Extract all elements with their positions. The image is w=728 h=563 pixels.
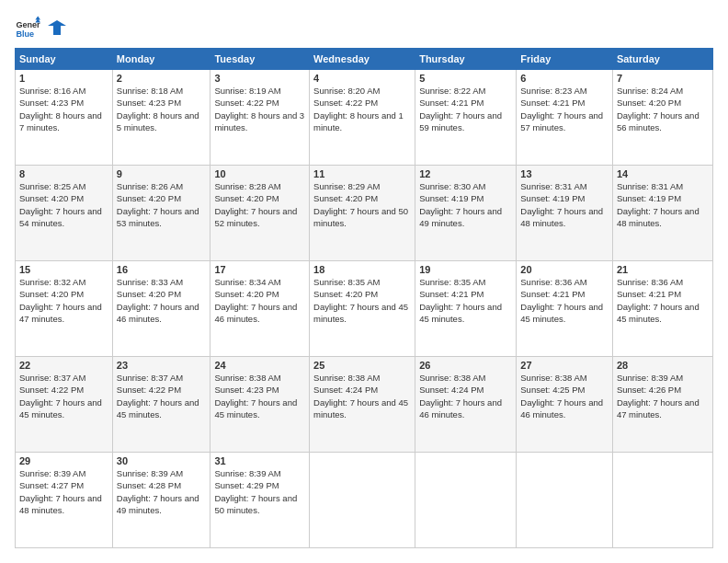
sunset-label: Sunset: 4:22 PM (214, 98, 279, 108)
sunset-label: Sunset: 4:21 PM (520, 98, 585, 108)
calendar-table: Sunday Monday Tuesday Wednesday Thursday… (15, 48, 713, 548)
cell-content: Sunrise: 8:39 AMSunset: 4:26 PMDaylight:… (617, 372, 709, 420)
day-number: 23 (117, 360, 207, 371)
cell-content: Sunrise: 8:34 AMSunset: 4:20 PMDaylight:… (214, 276, 305, 325)
daylight-label: Daylight: 7 hours and 48 minutes. (520, 206, 603, 228)
col-thursday: Thursday (415, 49, 517, 70)
week-row-4: 22Sunrise: 8:37 AMSunset: 4:22 PMDayligh… (16, 357, 713, 453)
cell-content: Sunrise: 8:31 AMSunset: 4:19 PMDaylight:… (617, 180, 709, 229)
sunrise-label: Sunrise: 8:28 AM (214, 181, 280, 191)
day-number: 31 (214, 455, 305, 466)
day-number: 27 (520, 360, 609, 371)
cell-content: Sunrise: 8:20 AMSunset: 4:22 PMDaylight:… (313, 85, 411, 133)
sunset-label: Sunset: 4:23 PM (214, 385, 279, 395)
cell-content: Sunrise: 8:36 AMSunset: 4:21 PMDaylight:… (617, 276, 709, 325)
sunrise-label: Sunrise: 8:33 AM (117, 277, 183, 287)
table-row: 6Sunrise: 8:23 AMSunset: 4:21 PMDaylight… (517, 70, 613, 166)
day-number: 2 (117, 73, 207, 84)
daylight-label: Daylight: 7 hours and 45 minutes. (19, 397, 102, 419)
daylight-label: Daylight: 7 hours and 46 minutes. (117, 302, 199, 324)
table-row: 7Sunrise: 8:24 AMSunset: 4:20 PMDaylight… (612, 70, 712, 166)
daylight-label: Daylight: 8 hours and 7 minutes. (19, 110, 102, 132)
table-row: 19Sunrise: 8:35 AMSunset: 4:21 PMDayligh… (415, 261, 517, 357)
sunrise-label: Sunrise: 8:31 AM (617, 181, 683, 191)
cell-content: Sunrise: 8:22 AMSunset: 4:21 PMDaylight:… (419, 85, 512, 133)
daylight-label: Daylight: 7 hours and 45 minutes. (520, 302, 603, 324)
sunset-label: Sunset: 4:23 PM (19, 98, 84, 108)
daylight-label: Daylight: 8 hours and 5 minutes. (117, 110, 199, 132)
sunrise-label: Sunrise: 8:22 AM (419, 86, 485, 96)
cell-content: Sunrise: 8:31 AMSunset: 4:19 PMDaylight:… (520, 180, 609, 229)
sunrise-label: Sunrise: 8:18 AM (117, 86, 183, 96)
daylight-label: Daylight: 7 hours and 50 minutes. (214, 493, 297, 515)
cell-content: Sunrise: 8:39 AMSunset: 4:28 PMDaylight:… (117, 467, 207, 516)
daylight-label: Daylight: 7 hours and 45 minutes. (313, 302, 408, 324)
cell-content: Sunrise: 8:35 AMSunset: 4:20 PMDaylight:… (313, 276, 411, 325)
sunset-label: Sunset: 4:24 PM (313, 385, 378, 395)
day-number: 5 (419, 73, 512, 84)
table-row: 10Sunrise: 8:28 AMSunset: 4:20 PMDayligh… (210, 166, 310, 261)
table-row: 12Sunrise: 8:30 AMSunset: 4:19 PMDayligh… (415, 166, 517, 261)
day-number: 10 (214, 168, 305, 179)
day-number: 16 (117, 264, 207, 275)
cell-content: Sunrise: 8:24 AMSunset: 4:20 PMDaylight:… (617, 85, 709, 133)
day-number: 15 (19, 264, 108, 275)
table-row: 16Sunrise: 8:33 AMSunset: 4:20 PMDayligh… (112, 261, 210, 357)
table-row (517, 453, 613, 548)
daylight-label: Daylight: 7 hours and 45 minutes. (419, 302, 502, 324)
sunrise-label: Sunrise: 8:39 AM (117, 468, 183, 478)
table-row: 29Sunrise: 8:39 AMSunset: 4:27 PMDayligh… (16, 453, 113, 548)
sunset-label: Sunset: 4:20 PM (214, 289, 279, 299)
table-row (612, 453, 712, 548)
daylight-label: Daylight: 7 hours and 45 minutes. (313, 397, 408, 419)
sunrise-label: Sunrise: 8:35 AM (419, 277, 485, 287)
sunset-label: Sunset: 4:19 PM (520, 193, 585, 203)
sunset-label: Sunset: 4:20 PM (617, 98, 681, 108)
sunset-label: Sunset: 4:21 PM (520, 289, 585, 299)
table-row: 21Sunrise: 8:36 AMSunset: 4:21 PMDayligh… (612, 261, 712, 357)
table-row: 24Sunrise: 8:38 AMSunset: 4:23 PMDayligh… (210, 357, 310, 453)
logo: General Blue (15, 15, 66, 40)
daylight-label: Daylight: 7 hours and 50 minutes. (313, 206, 408, 228)
day-number: 21 (617, 264, 709, 275)
cell-content: Sunrise: 8:18 AMSunset: 4:23 PMDaylight:… (117, 85, 207, 133)
daylight-label: Daylight: 7 hours and 49 minutes. (117, 493, 199, 515)
day-number: 7 (617, 73, 709, 84)
sunrise-label: Sunrise: 8:29 AM (313, 181, 380, 191)
daylight-label: Daylight: 7 hours and 47 minutes. (617, 397, 700, 419)
table-row: 28Sunrise: 8:39 AMSunset: 4:26 PMDayligh… (612, 357, 712, 453)
sunrise-label: Sunrise: 8:31 AM (520, 181, 586, 191)
sunset-label: Sunset: 4:19 PM (419, 193, 483, 203)
day-number: 18 (313, 264, 411, 275)
day-number: 12 (419, 168, 512, 179)
sunrise-label: Sunrise: 8:38 AM (520, 373, 586, 383)
sunset-label: Sunset: 4:23 PM (117, 98, 181, 108)
daylight-label: Daylight: 7 hours and 46 minutes. (520, 397, 603, 419)
daylight-label: Daylight: 7 hours and 57 minutes. (520, 110, 603, 132)
sunrise-label: Sunrise: 8:38 AM (419, 373, 485, 383)
sunrise-label: Sunrise: 8:37 AM (117, 373, 183, 383)
sunset-label: Sunset: 4:20 PM (117, 289, 181, 299)
cell-content: Sunrise: 8:38 AMSunset: 4:24 PMDaylight:… (313, 372, 411, 420)
svg-marker-4 (48, 20, 66, 35)
daylight-label: Daylight: 7 hours and 52 minutes. (214, 206, 297, 228)
sunset-label: Sunset: 4:22 PM (19, 385, 84, 395)
table-row: 26Sunrise: 8:38 AMSunset: 4:24 PMDayligh… (415, 357, 517, 453)
cell-content: Sunrise: 8:38 AMSunset: 4:23 PMDaylight:… (214, 372, 305, 420)
cell-content: Sunrise: 8:19 AMSunset: 4:22 PMDaylight:… (214, 85, 305, 133)
day-number: 8 (19, 168, 108, 179)
week-row-3: 15Sunrise: 8:32 AMSunset: 4:20 PMDayligh… (16, 261, 713, 357)
table-row: 5Sunrise: 8:22 AMSunset: 4:21 PMDaylight… (415, 70, 517, 166)
day-number: 6 (520, 73, 609, 84)
sunrise-label: Sunrise: 8:39 AM (19, 468, 85, 478)
daylight-label: Daylight: 8 hours and 1 minute. (313, 110, 404, 132)
cell-content: Sunrise: 8:23 AMSunset: 4:21 PMDaylight:… (520, 85, 609, 133)
daylight-label: Daylight: 7 hours and 45 minutes. (117, 397, 199, 419)
table-row: 17Sunrise: 8:34 AMSunset: 4:20 PMDayligh… (210, 261, 310, 357)
table-row: 3Sunrise: 8:19 AMSunset: 4:22 PMDaylight… (210, 70, 310, 166)
table-row: 11Sunrise: 8:29 AMSunset: 4:20 PMDayligh… (310, 166, 415, 261)
daylight-label: Daylight: 7 hours and 47 minutes. (19, 302, 102, 324)
table-row: 27Sunrise: 8:38 AMSunset: 4:25 PMDayligh… (517, 357, 613, 453)
col-monday: Monday (112, 49, 210, 70)
table-row: 14Sunrise: 8:31 AMSunset: 4:19 PMDayligh… (612, 166, 712, 261)
